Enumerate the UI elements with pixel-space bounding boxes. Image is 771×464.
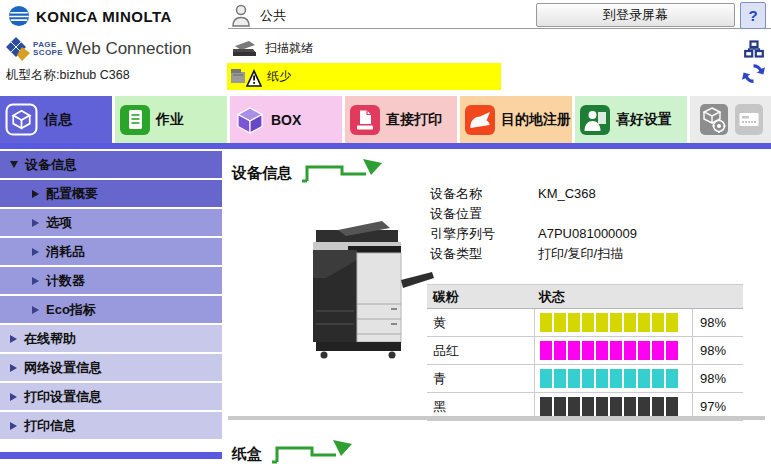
sidebar-item-online-help[interactable]: 在线帮助 — [0, 325, 222, 352]
logged-in-user: 公共 — [231, 4, 286, 27]
tab-direct-print-label: 直接打印 — [386, 111, 442, 129]
tab-direct-print[interactable]: 直接打印 — [345, 96, 457, 143]
warning-status-bar: 纸少 — [227, 63, 501, 90]
to-login-screen-button[interactable]: 到登录屏幕 — [536, 3, 735, 27]
paper-tray-section-header: 纸盒 — [232, 438, 358, 464]
tab-preferences[interactable]: 喜好设置 — [575, 96, 687, 143]
warning-status-label: 纸少 — [267, 68, 291, 85]
toner-percent: 98% — [692, 309, 743, 336]
user-label: 公共 — [260, 7, 286, 25]
sidebar-item-options[interactable]: 选项 — [0, 209, 222, 236]
sidebar-item-label: 配置概要 — [46, 185, 98, 203]
information-cube-icon — [5, 103, 38, 136]
tab-box-label: BOX — [271, 112, 301, 128]
toner-column-header: 碳粉 — [427, 288, 534, 306]
model-name-label: 机型名称:bizhub C368 — [6, 67, 130, 84]
user-icon — [231, 4, 251, 27]
section-arrow-decoration-icon — [270, 438, 358, 464]
pagescope-wordmark: PAGE SCOPE — [33, 41, 63, 57]
konica-minolta-logo: KONICA MINOLTA — [8, 5, 172, 27]
toner-name: 品红 — [427, 337, 534, 364]
printer-image — [286, 216, 436, 370]
product-name: Web Connection — [66, 39, 191, 59]
header-divider — [228, 28, 771, 29]
scanner-icon — [231, 39, 257, 58]
cube-gear-icon — [700, 104, 728, 135]
job-document-icon — [120, 105, 150, 135]
sidebar-item-network-settings-info[interactable]: 网络设置信息 — [0, 354, 222, 381]
section-arrow-decoration-icon — [300, 157, 388, 183]
box-cube-icon — [235, 105, 265, 135]
sidebar-menu: 设备信息 配置概要 选项 消耗品 计数器 Eco指标 在线帮助 网络设置信息 — [0, 151, 222, 441]
sidebar-item-print-settings-info[interactable]: 打印设置信息 — [0, 383, 222, 410]
tab-box[interactable]: BOX — [230, 96, 342, 143]
sidebar-item-label: 在线帮助 — [24, 330, 76, 348]
status-column-header: 状态 — [534, 288, 565, 306]
tab-job[interactable]: 作业 — [115, 96, 227, 143]
field-value: A7PU081000009 — [538, 224, 637, 244]
device-status-ready: 扫描就绪 — [231, 39, 313, 58]
sidebar-item-device-info[interactable]: 设备信息 — [0, 151, 222, 178]
maintenance-button[interactable] — [700, 104, 728, 135]
arrow-right-icon — [32, 219, 39, 227]
help-button[interactable]: ? — [740, 2, 766, 29]
arrow-right-icon — [10, 393, 17, 401]
arrow-right-icon — [10, 335, 17, 343]
paper-low-warning-icon — [230, 65, 262, 89]
sidebar-item-consumables[interactable]: 消耗品 — [0, 238, 222, 265]
sidebar-item-label: 打印信息 — [24, 417, 76, 435]
toner-name: 青 — [427, 365, 534, 392]
toner-row-cyan: 青 98% — [427, 365, 743, 393]
preferences-person-icon — [580, 105, 610, 135]
pagescope-word-bottom: SCOPE — [33, 49, 63, 57]
section-title: 设备信息 — [232, 164, 292, 183]
toner-row-yellow: 黄 98% — [427, 309, 743, 337]
device-field-row: 设备类型 打印/复印/扫描 — [430, 244, 637, 264]
sidebar-item-label: Eco指标 — [46, 301, 96, 319]
section-divider — [228, 416, 765, 420]
toner-percent: 98% — [692, 337, 743, 364]
toner-status-table: 碳粉 状态 黄 98% 品红 98% 青 98% 黑 97% — [427, 284, 743, 421]
sidebar-item-label: 计数器 — [46, 272, 85, 290]
remote-panel-button[interactable] — [735, 104, 763, 135]
sidebar-item-print-info[interactable]: 打印信息 — [0, 412, 222, 439]
toner-level-bar — [540, 397, 678, 416]
network-icon[interactable] — [744, 40, 764, 58]
device-field-row: 引擎序列号 A7PU081000009 — [430, 224, 637, 244]
tab-job-label: 作业 — [156, 111, 184, 129]
toner-percent: 98% — [692, 365, 743, 392]
globe-icon — [8, 5, 30, 27]
direct-print-icon — [350, 105, 380, 135]
sidebar-item-label: 选项 — [46, 214, 72, 232]
toner-level-bar — [540, 369, 678, 388]
tab-destination-registration[interactable]: 目的地注册 — [460, 96, 572, 143]
arrow-right-icon — [10, 364, 17, 372]
toner-table-header: 碳粉 状态 — [427, 285, 743, 309]
active-tab-underline — [0, 143, 771, 149]
sidebar-bottom-bar — [0, 452, 222, 459]
main-tab-bar: 信息 作业 BOX — [0, 96, 771, 143]
sidebar-item-counter[interactable]: 计数器 — [0, 267, 222, 294]
toner-level-bar — [540, 341, 678, 360]
brand-name: KONICA MINOLTA — [36, 8, 172, 25]
arrow-right-icon — [32, 248, 39, 256]
pagescope-logo: PAGE SCOPE Web Connection — [5, 36, 191, 62]
destination-hand-icon — [465, 105, 495, 135]
tab-preferences-label: 喜好设置 — [616, 111, 672, 129]
sidebar-item-label: 设备信息 — [25, 156, 77, 174]
sidebar-item-config-summary[interactable]: 配置概要 — [0, 180, 222, 207]
device-field-row: 设备名称 KM_C368 — [430, 184, 637, 204]
field-label: 设备位置 — [430, 204, 538, 224]
sidebar-item-label: 打印设置信息 — [24, 388, 102, 406]
field-label: 引擎序列号 — [430, 224, 538, 244]
login-button-label: 到登录屏幕 — [603, 6, 668, 24]
device-field-row: 设备位置 — [430, 204, 637, 224]
arrow-right-icon — [32, 277, 39, 285]
arrow-right-icon — [32, 190, 39, 198]
pagescope-web-connection-window: KONICA MINOLTA PAGE SCOPE Web Connection… — [0, 0, 771, 464]
sidebar-item-eco-indicator[interactable]: Eco指标 — [0, 296, 222, 323]
field-value: KM_C368 — [538, 184, 596, 204]
tab-information[interactable]: 信息 — [0, 96, 112, 143]
refresh-icon[interactable] — [741, 61, 766, 86]
toner-level-bar — [540, 313, 678, 332]
